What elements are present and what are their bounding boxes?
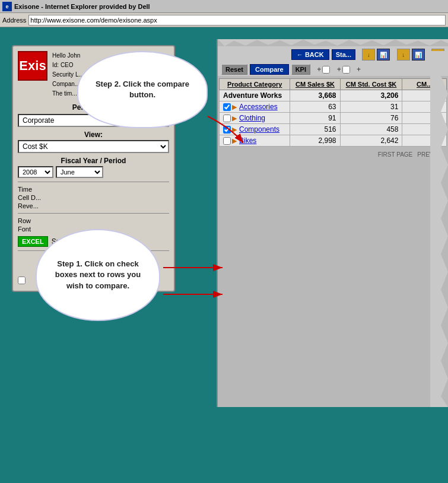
main-area: Exis Hello John Id: CEO Security L... Co… bbox=[0, 27, 448, 483]
toolbar-row1: ← BACK Sta... ↓ 📊 ↓ 📊 + bbox=[218, 46, 448, 63]
title-bar: e Exisone - Internet Explorer provided b… bbox=[0, 0, 448, 13]
cell-cost: 2,642 bbox=[340, 135, 402, 147]
chart-icon-2[interactable]: 📊 bbox=[412, 49, 425, 61]
right-panel: ← BACK Sta... ↓ 📊 ↓ 📊 + Reset Compare KP… bbox=[217, 39, 448, 407]
col-header-category: Product Category bbox=[220, 79, 290, 90]
row-link[interactable]: Accessories bbox=[239, 103, 278, 111]
misc-checkbox[interactable] bbox=[18, 277, 26, 284]
cell-sales: 516 bbox=[290, 124, 340, 135]
row-checkbox[interactable] bbox=[223, 103, 231, 111]
excel-button[interactable]: EXCEL bbox=[18, 236, 48, 247]
sort-down-icon-2[interactable]: ↓ bbox=[397, 49, 410, 61]
arrow-step2 bbox=[196, 110, 249, 146]
address-bar: Address bbox=[0, 13, 448, 27]
compare-button[interactable]: Compare bbox=[250, 64, 289, 75]
fiscal-selects: 2008 June bbox=[18, 166, 169, 178]
cell-sales: 63 bbox=[290, 101, 340, 113]
title-bar-text: Exisone - Internet Explorer provided by … bbox=[14, 3, 150, 10]
app-icon: e bbox=[2, 2, 12, 11]
reset-button[interactable]: Reset bbox=[221, 64, 247, 75]
back-button[interactable]: ← BACK bbox=[291, 49, 329, 60]
check-col2[interactable] bbox=[342, 66, 350, 74]
fiscal-label: Fiscal Year / Period bbox=[18, 157, 169, 165]
first-page[interactable]: FIRST PAGE bbox=[378, 151, 413, 158]
year-select[interactable]: 2008 bbox=[18, 166, 53, 178]
cloud-step2: Step 2. Click the compare button. bbox=[77, 51, 208, 128]
arrow-accessories bbox=[157, 259, 228, 277]
time-label: Time bbox=[18, 186, 169, 193]
cell-sales: 2,998 bbox=[290, 135, 340, 147]
pagination-row: FIRST PAGE PREV P... bbox=[218, 149, 448, 160]
cell-sales: 91 bbox=[290, 113, 340, 124]
cell-cost: 3,206 bbox=[340, 90, 402, 101]
revenue-label: Reve... bbox=[18, 202, 169, 209]
logo: Exis bbox=[18, 51, 47, 81]
torn-top bbox=[218, 39, 448, 46]
cell-sales: 3,668 bbox=[290, 90, 340, 101]
cell-cost: 76 bbox=[340, 113, 402, 124]
plus-check-1: + bbox=[317, 65, 330, 74]
col-header-sales: CM Sales $K bbox=[290, 79, 340, 90]
kpi-button[interactable]: KPI bbox=[291, 64, 310, 75]
plus-check-3: + bbox=[357, 65, 361, 74]
period-select[interactable]: June bbox=[56, 166, 103, 178]
cell-name: Adventure Works bbox=[220, 90, 290, 101]
compare-row: Reset Compare KPI + + + bbox=[218, 63, 448, 76]
arrow-components bbox=[157, 285, 228, 303]
cell-cost: 458 bbox=[340, 124, 402, 135]
sort-down-icon[interactable]: ↓ bbox=[362, 49, 375, 61]
view-label: View: bbox=[18, 131, 169, 139]
row-label: Row bbox=[18, 217, 169, 224]
data-table-wrapper: Product Category CM Sales $K CM Std. Cos… bbox=[218, 76, 448, 149]
address-input[interactable] bbox=[28, 15, 446, 26]
toolbar-icons-2: ↓ 📊 bbox=[397, 49, 425, 61]
check-col1[interactable] bbox=[322, 66, 330, 74]
data-table: Product Category CM Sales $K CM Std. Cos… bbox=[219, 78, 447, 147]
col-header-cost: CM Std. Cost $K bbox=[340, 79, 402, 90]
address-label: Address bbox=[2, 17, 26, 24]
chart-icon-1[interactable]: 📊 bbox=[377, 49, 390, 61]
toolbar-icons-1: ↓ 📊 bbox=[362, 49, 390, 61]
cell-label: Cell D... bbox=[18, 194, 169, 201]
cloud-step1: Step 1. Click on check boxes next to row… bbox=[36, 229, 160, 321]
sta-button[interactable]: Sta... bbox=[332, 49, 355, 60]
row-arrow-icon: ▶ bbox=[232, 103, 237, 111]
cell-cost: 31 bbox=[340, 101, 402, 113]
view-select[interactable]: Cost $K bbox=[18, 140, 169, 153]
plus-check-2: + bbox=[337, 65, 350, 74]
